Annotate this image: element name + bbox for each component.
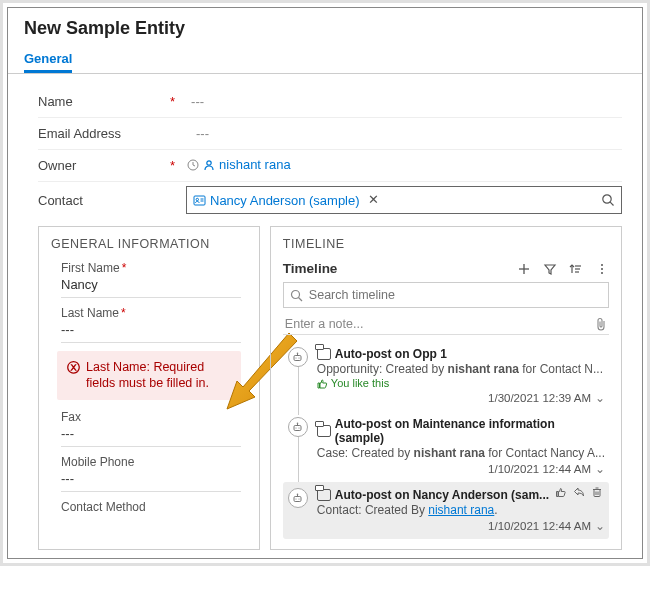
- tab-general[interactable]: General: [24, 47, 72, 73]
- search-icon: [290, 289, 303, 302]
- general-info-header: GENERAL INFORMATION: [51, 237, 247, 251]
- fax-value[interactable]: ---: [61, 426, 241, 442]
- contact-tag[interactable]: Nancy Anderson (sample): [193, 193, 360, 208]
- timeline-card: TIMELINE Timeline Enter a note...: [270, 226, 622, 550]
- chevron-down-icon[interactable]: ⌄: [595, 392, 605, 404]
- svg-point-16: [601, 264, 603, 266]
- svg-point-28: [297, 422, 299, 424]
- svg-point-19: [291, 290, 299, 298]
- timeline-item[interactable]: Auto-post on Opp 1 Opportunity: Created …: [283, 341, 609, 411]
- general-information-card: GENERAL INFORMATION First Name* Nancy La…: [38, 226, 260, 550]
- mobile-label: Mobile Phone: [61, 455, 241, 469]
- post-type-icon: [317, 489, 331, 501]
- contact-method-label: Contact Method: [61, 500, 241, 514]
- name-value[interactable]: ---: [191, 94, 622, 109]
- post-type-icon: [317, 348, 331, 360]
- last-name-value[interactable]: ---: [61, 322, 241, 338]
- mobile-value[interactable]: ---: [61, 471, 241, 487]
- svg-rect-26: [294, 425, 301, 430]
- validation-error: ⓧ Last Name: Required fields must be fil…: [57, 351, 241, 400]
- last-name-label: Last Name*: [61, 306, 241, 320]
- chevron-down-icon[interactable]: ⌄: [595, 463, 605, 475]
- person-icon: [203, 159, 215, 171]
- bot-icon: [288, 347, 308, 367]
- like-indicator: You like this: [317, 377, 605, 389]
- svg-point-25: [299, 357, 300, 358]
- fax-label: Fax: [61, 410, 241, 424]
- enter-note[interactable]: Enter a note...: [283, 314, 609, 335]
- timeline-item[interactable]: Auto-post on Nancy Anderson (sam... Cont…: [283, 482, 609, 539]
- email-value[interactable]: ---: [196, 126, 622, 141]
- timeline-search[interactable]: [283, 282, 609, 308]
- contact-label: Contact: [38, 193, 168, 208]
- svg-line-20: [298, 297, 302, 301]
- email-label: Email Address: [38, 126, 168, 141]
- svg-point-17: [601, 268, 603, 270]
- delete-icon[interactable]: [591, 486, 603, 498]
- svg-point-30: [299, 427, 300, 428]
- svg-rect-31: [294, 496, 301, 501]
- search-icon[interactable]: [601, 193, 615, 207]
- filter-icon[interactable]: [543, 262, 557, 276]
- svg-marker-11: [545, 265, 555, 274]
- reply-icon[interactable]: [573, 486, 585, 498]
- owner-label: Owner: [38, 158, 168, 173]
- recent-icon: [187, 159, 199, 171]
- timeline-item-desc: Contact: Created By nishant rana.: [317, 503, 605, 517]
- svg-point-33: [297, 493, 299, 495]
- clear-lookup-icon[interactable]: ✕: [366, 192, 382, 208]
- svg-point-29: [296, 427, 297, 428]
- svg-rect-36: [594, 490, 600, 497]
- error-icon: ⓧ: [67, 359, 80, 377]
- bot-icon: [288, 488, 308, 508]
- first-name-label: First Name*: [61, 261, 241, 275]
- required-marker: *: [170, 94, 175, 109]
- svg-point-1: [207, 161, 211, 165]
- svg-rect-21: [294, 355, 301, 360]
- chevron-down-icon[interactable]: ⌄: [595, 520, 605, 532]
- page-title: New Sample Entity: [24, 18, 626, 39]
- svg-line-7: [610, 202, 613, 205]
- contact-lookup[interactable]: Nancy Anderson (sample) ✕: [186, 186, 622, 214]
- first-name-value[interactable]: Nancy: [61, 277, 241, 293]
- timeline-item-desc: Opportunity: Created by nishant rana for…: [317, 362, 605, 376]
- svg-point-18: [601, 272, 603, 274]
- timeline-item[interactable]: Auto-post on Maintenance information (sa…: [283, 411, 609, 482]
- svg-point-34: [296, 498, 297, 499]
- post-type-icon: [317, 425, 331, 437]
- timeline-item-desc: Case: Created by nishant rana for Contac…: [317, 446, 605, 460]
- author-link[interactable]: nishant rana: [428, 503, 494, 517]
- bot-icon: [288, 417, 308, 437]
- more-icon[interactable]: [595, 262, 609, 276]
- add-icon[interactable]: [517, 262, 531, 276]
- timeline-title: Timeline: [283, 261, 517, 276]
- attachment-icon[interactable]: [595, 317, 607, 331]
- tabs: General: [24, 47, 626, 73]
- contact-card-icon: [193, 194, 206, 207]
- like-icon[interactable]: [555, 486, 567, 498]
- required-marker: *: [170, 158, 175, 173]
- owner-value[interactable]: nishant rana: [187, 157, 291, 172]
- name-label: Name: [38, 94, 168, 109]
- svg-point-23: [297, 352, 299, 354]
- svg-point-6: [603, 195, 611, 203]
- svg-point-3: [196, 198, 198, 200]
- sort-icon[interactable]: [569, 262, 583, 276]
- svg-point-24: [296, 357, 297, 358]
- timeline-search-input[interactable]: [309, 288, 602, 302]
- svg-point-35: [299, 498, 300, 499]
- timeline-header: TIMELINE: [283, 237, 609, 251]
